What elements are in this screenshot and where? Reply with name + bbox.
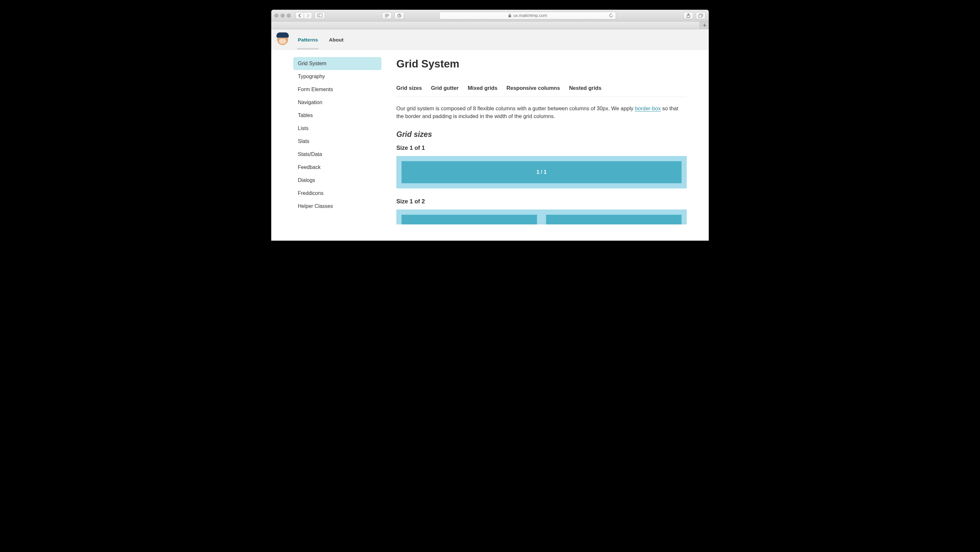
grid-cell — [401, 215, 537, 225]
svg-line-7 — [399, 16, 400, 16]
browser-toolbar: ux.mailchimp.com — [271, 10, 709, 21]
nav-back-forward — [295, 12, 312, 19]
section-heading-grid-sizes: Grid sizes — [396, 130, 687, 139]
example-title-1of1: Size 1 of 1 — [396, 145, 687, 152]
anchor-nav: Grid sizes Grid gutter Mixed grids Respo… — [396, 79, 687, 97]
grid-cell — [546, 215, 681, 225]
mailchimp-logo-icon[interactable] — [277, 34, 288, 45]
page-title: Grid System — [396, 58, 687, 70]
sidebar-item-stats-data[interactable]: Stats/Data — [293, 148, 382, 161]
main-content: Grid System Grid sizes Grid gutter Mixed… — [396, 57, 687, 225]
forward-button[interactable] — [304, 12, 312, 19]
grid-cell: 1 / 1 — [401, 161, 681, 183]
svg-rect-0 — [318, 14, 323, 17]
sidebar-item-feedback[interactable]: Feedback — [293, 161, 382, 174]
svg-rect-8 — [509, 15, 511, 17]
browser-window: ux.mailchimp.com Patterns About — [271, 10, 709, 241]
grid-demo-1of1: 1 / 1 — [396, 156, 687, 188]
site-header: Patterns About — [271, 29, 709, 50]
sidebar-item-slats[interactable]: Slats — [293, 135, 382, 148]
anchor-grid-gutter[interactable]: Grid gutter — [431, 85, 458, 91]
new-tab-button[interactable] — [700, 21, 709, 29]
sidebar-item-helper-classes[interactable]: Helper Classes — [293, 200, 382, 213]
anchor-mixed-grids[interactable]: Mixed grids — [468, 85, 498, 91]
site-settings-button[interactable] — [395, 12, 404, 19]
grid-demo-1of2 — [396, 209, 687, 225]
sidebar-item-dialogs[interactable]: Dialogs — [293, 174, 382, 187]
address-bar-host: ux.mailchimp.com — [513, 13, 547, 18]
sidebar-item-grid-system[interactable]: Grid System — [293, 57, 382, 70]
window-controls[interactable] — [275, 14, 291, 18]
reader-button[interactable] — [382, 12, 392, 19]
reload-button[interactable] — [609, 13, 613, 18]
anchor-grid-sizes[interactable]: Grid sizes — [396, 85, 422, 91]
show-tabs-button[interactable] — [696, 12, 705, 19]
lock-icon — [508, 14, 511, 18]
nav-patterns[interactable]: Patterns — [297, 30, 318, 49]
browser-tabstrip — [271, 21, 709, 29]
minimize-dot-icon[interactable] — [281, 14, 285, 18]
anchor-nested-grids[interactable]: Nested grids — [569, 85, 601, 91]
sidebar-item-form-elements[interactable]: Form Elements — [293, 83, 382, 96]
share-button[interactable] — [684, 12, 693, 19]
page-viewport: Patterns About Grid System Typography Fo… — [271, 29, 709, 241]
address-bar[interactable]: ux.mailchimp.com — [439, 12, 616, 19]
close-dot-icon[interactable] — [275, 14, 278, 18]
sidebar-item-tables[interactable]: Tables — [293, 109, 382, 122]
intro-paragraph: Our grid system is composed of 8 flexibl… — [396, 105, 687, 120]
sidebar-item-lists[interactable]: Lists — [293, 122, 382, 135]
page-body: Grid System Typography Form Elements Nav… — [271, 50, 709, 225]
sidebar-item-freddicons[interactable]: Freddicons — [293, 187, 382, 200]
back-button[interactable] — [295, 12, 304, 19]
border-box-link[interactable]: border-box — [635, 105, 661, 112]
primary-nav: Patterns About — [297, 29, 344, 49]
intro-text-pre: Our grid system is composed of 8 flexibl… — [396, 105, 635, 111]
svg-rect-12 — [698, 14, 702, 17]
example-title-1of2: Size 1 of 2 — [396, 198, 687, 205]
sidebar-item-typography[interactable]: Typography — [293, 70, 382, 83]
sidebar-item-navigation[interactable]: Navigation — [293, 96, 382, 109]
sidebar: Grid System Typography Form Elements Nav… — [293, 57, 382, 225]
nav-about[interactable]: About — [328, 30, 344, 49]
anchor-responsive-columns[interactable]: Responsive columns — [506, 85, 560, 91]
zoom-dot-icon[interactable] — [287, 14, 291, 18]
sidebar-toggle-button[interactable] — [315, 12, 325, 19]
